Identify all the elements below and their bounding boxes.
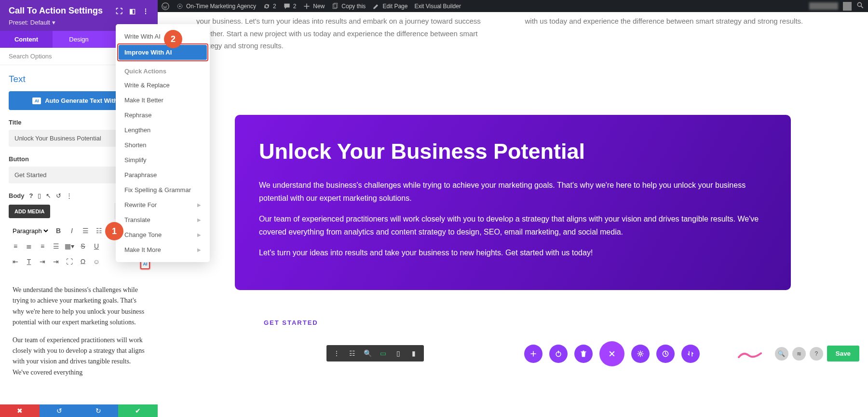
hero-p1: We understand the business's challenges … (259, 179, 767, 205)
intro-para-left: your business. Let's turn your ideas int… (196, 15, 501, 52)
menu-paraphrase[interactable]: Paraphrase (116, 167, 210, 182)
undo-icon[interactable]: ↺ (56, 192, 61, 199)
snap-icon[interactable]: ◧ (129, 7, 136, 15)
search-fab[interactable]: 🔍 (775, 347, 788, 361)
align-justify-icon[interactable]: ☰ (51, 241, 61, 251)
menu-improve-with-ai[interactable]: Improve With AI (119, 45, 207, 60)
wireframe-icon[interactable]: ☷ (348, 349, 356, 358)
redo-button[interactable]: ↻ (79, 404, 119, 417)
menu-rewrite-for[interactable]: Rewrite For▶ (116, 197, 210, 212)
phone-icon[interactable]: ▯ (38, 192, 41, 199)
svg-rect-7 (558, 351, 559, 354)
menu-make-it-better[interactable]: Make It Better (116, 93, 210, 108)
panel-footer: ✖ ↺ ↻ ✔ (0, 404, 158, 417)
paragraph-dropdown[interactable]: Paragraph (11, 227, 50, 235)
swap-fab[interactable] (681, 345, 700, 363)
clear-format-icon[interactable]: T (24, 257, 34, 266)
gear-fab[interactable] (631, 345, 650, 363)
align-left-icon[interactable]: ≡ (11, 241, 20, 251)
comments-link[interactable]: 2 (283, 2, 297, 10)
cursor-icon[interactable]: ↖ (46, 192, 51, 199)
menu-fix-spelling[interactable]: Fix Spelling & Grammar (116, 182, 210, 197)
more-icon[interactable]: ⋮ (142, 7, 149, 15)
edit-page-link[interactable]: Edit Page (372, 2, 407, 10)
updates-link[interactable]: 2 (263, 2, 276, 10)
menu-dots-icon[interactable]: ⋮ (332, 349, 341, 358)
apply-button[interactable]: ✔ (118, 404, 158, 417)
align-right-icon[interactable]: ≡ (38, 241, 47, 251)
expand-icon[interactable]: ⛶ (116, 7, 122, 15)
ul-icon[interactable]: ☰ (81, 226, 90, 236)
help-fab[interactable]: ? (810, 347, 823, 361)
history-fab[interactable] (656, 345, 675, 363)
menu-write-with-ai[interactable]: Write With AI (116, 29, 210, 44)
indent-icon[interactable]: ⇥ (38, 257, 47, 266)
outdent-icon[interactable]: ⇤ (11, 257, 20, 266)
menu-translate[interactable]: Translate▶ (116, 212, 210, 227)
zoom-icon[interactable]: 🔍 (363, 349, 372, 358)
annotation-badge-2: 2 (164, 30, 182, 48)
view-toolbar: ⋮ ☷ 🔍 ▭ ▯ ▮ (326, 345, 424, 361)
bold-icon[interactable]: B (54, 226, 63, 236)
tablet-icon[interactable]: ▯ (394, 349, 403, 358)
hero-p2: Our team of experienced practitioners wi… (259, 212, 767, 238)
underline-icon[interactable]: U (92, 241, 101, 251)
table-icon[interactable]: ▦▾ (65, 241, 74, 251)
user-name[interactable] (809, 2, 838, 10)
avatar[interactable] (843, 2, 852, 11)
svg-point-8 (639, 353, 642, 355)
power-fab[interactable] (549, 345, 568, 363)
menu-shorten[interactable]: Shorten (116, 138, 210, 153)
special-char-icon[interactable]: Ω (78, 257, 88, 266)
svg-point-5 (857, 2, 861, 6)
exit-visual-builder[interactable]: Exit Visual Builder (414, 3, 461, 10)
undo-button[interactable]: ↺ (40, 404, 79, 417)
site-name[interactable]: On-Time Marketing Agency (176, 2, 256, 10)
tab-design[interactable]: Design (53, 31, 105, 48)
menu-simplify[interactable]: Simplify (116, 153, 210, 167)
get-started-label[interactable]: GET STARTED (264, 319, 829, 326)
menu-make-it-more[interactable]: Make It More▶ (116, 242, 210, 257)
save-button[interactable]: Save (827, 346, 859, 361)
align-center-icon[interactable]: ≣ (24, 241, 34, 251)
menu-quick-actions-label: Quick Actions (116, 61, 210, 78)
italic-icon[interactable]: I (67, 226, 77, 236)
copy-this-link[interactable]: Copy this (331, 2, 366, 10)
ol-icon[interactable]: ☷ (94, 226, 104, 236)
desktop-icon[interactable]: ▭ (379, 349, 387, 358)
tab-content[interactable]: Content (0, 31, 53, 48)
svg-point-2 (179, 5, 180, 7)
wp-admin-bar: On-Time Marketing Agency 2 2 New Copy th… (158, 0, 868, 12)
trash-fab[interactable] (574, 345, 593, 363)
ai-context-menu: Write With AI Improve With AI Quick Acti… (116, 24, 210, 262)
help-icon[interactable]: ? (29, 192, 33, 199)
search-icon[interactable] (856, 1, 864, 11)
close-fab[interactable] (599, 341, 624, 366)
menu-write-replace[interactable]: Write & Replace (116, 78, 210, 93)
hero-p3: Let's turn your ideas into results and t… (259, 246, 767, 259)
squiggle-decoration (738, 350, 762, 359)
menu-lengthen[interactable]: Lengthen (116, 123, 210, 138)
page-actions-toolbar (524, 341, 700, 366)
discard-button[interactable]: ✖ (0, 404, 40, 417)
emoji-icon[interactable]: ☺ (92, 257, 101, 266)
strike-icon[interactable]: S (78, 241, 88, 251)
kebab-icon[interactable]: ⋮ (66, 192, 72, 199)
hero-title: Unlock Your Business Potential (259, 139, 767, 164)
fullscreen-icon[interactable]: ⛶ (65, 257, 74, 266)
layers-fab[interactable]: ≋ (792, 347, 806, 361)
menu-change-tone[interactable]: Change Tone▶ (116, 227, 210, 242)
indent2-icon[interactable]: ⇥ (51, 257, 61, 266)
intro-para-right: with us today and experience the differe… (525, 15, 830, 52)
menu-rephrase[interactable]: Rephrase (116, 108, 210, 123)
annotation-badge-1: 1 (105, 222, 123, 240)
add-media-button[interactable]: ADD MEDIA (9, 205, 50, 218)
body-label: Body (9, 192, 25, 199)
body-editor[interactable]: We understand the business's challenges … (9, 278, 149, 391)
right-actions: 🔍 ≋ ? Save (775, 346, 859, 361)
new-link[interactable]: New (303, 2, 325, 10)
cta-hero-module[interactable]: Unlock Your Business Potential We unders… (235, 115, 791, 291)
add-fab[interactable] (524, 345, 542, 363)
wp-logo-icon[interactable] (162, 2, 169, 10)
phone-icon[interactable]: ▮ (409, 349, 418, 358)
